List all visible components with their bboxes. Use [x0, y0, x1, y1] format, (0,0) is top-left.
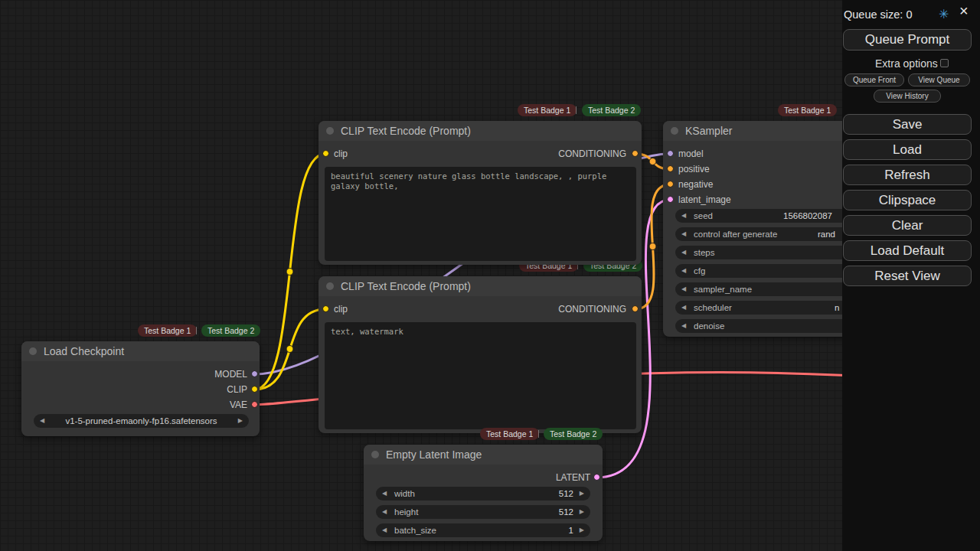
widget-value: rand: [818, 227, 835, 241]
decrement-arrow-icon[interactable]: ◀: [681, 264, 686, 278]
queue-size-label: Queue size: 0: [844, 8, 912, 21]
widget-label: sampler_name: [694, 282, 752, 296]
output-dot-latent[interactable]: [593, 474, 600, 481]
height-widget[interactable]: ◀ height 512 ▶: [376, 505, 590, 519]
collapse-dot-icon[interactable]: [326, 282, 334, 290]
increment-arrow-icon[interactable]: ▶: [580, 505, 584, 519]
widget-value: 512: [559, 505, 573, 519]
prompt-textarea[interactable]: text, watermark: [325, 322, 636, 429]
settings-icon[interactable]: ✳: [939, 7, 949, 21]
node-title-bar[interactable]: Load Checkpoint: [21, 341, 260, 361]
node-badge: Test Badge 2: [544, 428, 603, 440]
decrement-arrow-icon[interactable]: ◀: [382, 523, 387, 537]
ckpt-name-value: v1-5-pruned-emaonly-fp16.safetensors: [65, 416, 217, 425]
input-dot-clip[interactable]: [322, 150, 329, 157]
load-default-button[interactable]: Load Default: [843, 240, 972, 261]
node-title: KSampler: [685, 125, 732, 137]
node-title-bar[interactable]: CLIP Text Encode (Prompt): [318, 276, 642, 296]
load-button[interactable]: Load: [843, 139, 972, 160]
widget-label: cfg: [694, 264, 705, 278]
decrement-arrow-icon[interactable]: ◀: [681, 319, 686, 333]
clear-button[interactable]: Clear: [843, 215, 972, 236]
clipspace-button[interactable]: Clipspace: [843, 190, 972, 210]
widget-label: batch_size: [394, 523, 436, 537]
output-dot-model[interactable]: [251, 370, 258, 377]
output-label-vae: VAE: [155, 399, 247, 410]
link-midpoint-dot: [649, 158, 656, 165]
view-history-button[interactable]: View History: [874, 90, 941, 103]
badge-label: Test Badge 1: [144, 326, 191, 335]
decrement-arrow-icon[interactable]: ◀: [40, 414, 44, 428]
save-button[interactable]: Save: [843, 114, 972, 135]
node-title-bar[interactable]: CLIP Text Encode (Prompt): [318, 121, 642, 141]
output-label-conditioning: CONDITIONING: [519, 304, 626, 315]
queue-front-button[interactable]: Queue Front: [844, 73, 904, 86]
widget-value: n: [835, 301, 839, 315]
badge-label: Test Badge 2: [207, 326, 254, 335]
decrement-arrow-icon[interactable]: ◀: [382, 487, 387, 500]
node-clip-text-encode-negative[interactable]: CLIP Text Encode (Prompt) clip CONDITION…: [318, 276, 642, 433]
badge-label: Test Badge 2: [550, 429, 596, 439]
node-graph-canvas[interactable]: Test Badge 1 Test Badge 2 Test Badge 1 T…: [0, 0, 980, 551]
extra-options-label: Extra options: [875, 57, 938, 70]
input-dot-negative[interactable]: [667, 181, 674, 187]
widget-label: width: [394, 487, 415, 500]
link-midpoint-dot: [649, 243, 656, 250]
collapse-dot-icon[interactable]: [671, 127, 678, 135]
link-midpoint-dot: [286, 269, 293, 276]
input-dot-clip[interactable]: [322, 305, 329, 312]
input-label-latent-image: latent_image: [678, 194, 731, 205]
badge-divider: [196, 327, 197, 334]
output-dot-vae[interactable]: [251, 401, 258, 408]
node-load-checkpoint[interactable]: Load Checkpoint MODEL CLIP VAE ◀ v1-5-pr…: [21, 341, 260, 436]
ckpt-name-widget[interactable]: ◀ v1-5-pruned-emaonly-fp16.safetensors ▶: [34, 414, 249, 428]
close-icon[interactable]: ×: [959, 3, 969, 18]
view-queue-button[interactable]: View Queue: [908, 73, 970, 86]
input-label-clip: clip: [334, 304, 348, 315]
input-dot-latent-image[interactable]: [667, 196, 674, 203]
refresh-button[interactable]: Refresh: [843, 165, 972, 185]
decrement-arrow-icon[interactable]: ◀: [681, 282, 686, 296]
widget-value: 1: [569, 523, 573, 537]
increment-arrow-icon[interactable]: ▶: [238, 414, 243, 428]
link-midpoint-dot: [286, 346, 293, 353]
queue-prompt-button[interactable]: Queue Prompt: [843, 29, 972, 51]
output-label-latent: LATENT: [498, 472, 590, 483]
node-empty-latent-image[interactable]: Empty Latent Image LATENT ◀ width 512 ▶ …: [364, 445, 603, 541]
badge-label: Test Badge 1: [524, 106, 570, 115]
decrement-arrow-icon[interactable]: ◀: [681, 246, 686, 259]
input-label-model: model: [678, 148, 704, 159]
decrement-arrow-icon[interactable]: ◀: [681, 209, 686, 223]
node-title: CLIP Text Encode (Prompt): [341, 125, 471, 137]
node-title: Load Checkpoint: [44, 345, 124, 357]
node-clip-text-encode-positive[interactable]: CLIP Text Encode (Prompt) clip CONDITION…: [318, 121, 642, 265]
input-dot-model[interactable]: [667, 150, 674, 157]
increment-arrow-icon[interactable]: ▶: [580, 487, 584, 500]
output-label-conditioning: CONDITIONING: [519, 148, 626, 159]
increment-arrow-icon[interactable]: ▶: [580, 523, 584, 537]
batch-size-widget[interactable]: ◀ batch_size 1 ▶: [376, 523, 590, 537]
reset-view-button[interactable]: Reset View: [843, 266, 972, 286]
decrement-arrow-icon[interactable]: ◀: [681, 301, 686, 315]
output-dot-clip[interactable]: [251, 386, 258, 393]
node-title-bar[interactable]: Empty Latent Image: [364, 445, 603, 465]
widget-label: denoise: [694, 319, 724, 333]
extra-options-checkbox[interactable]: [940, 59, 949, 67]
output-dot-conditioning[interactable]: [632, 150, 639, 157]
output-dot-conditioning[interactable]: [632, 305, 639, 312]
collapse-dot-icon[interactable]: [371, 451, 379, 458]
input-label-negative: negative: [678, 179, 713, 190]
input-dot-positive[interactable]: [667, 165, 674, 172]
widget-label: control after generate: [694, 227, 777, 241]
decrement-arrow-icon[interactable]: ◀: [382, 505, 387, 519]
badge-divider: [538, 430, 539, 438]
decrement-arrow-icon[interactable]: ◀: [681, 227, 686, 241]
prompt-textarea[interactable]: beautiful scenery nature glass bottle la…: [325, 167, 636, 261]
collapse-dot-icon[interactable]: [326, 127, 334, 135]
input-label-positive: positive: [678, 164, 710, 174]
collapse-dot-icon[interactable]: [29, 347, 37, 355]
badge-label: Test Badge 1: [784, 106, 831, 115]
node-title: Empty Latent Image: [386, 448, 482, 461]
width-widget[interactable]: ◀ width 512 ▶: [376, 487, 590, 500]
node-badge: Test Badge 2: [582, 104, 641, 116]
